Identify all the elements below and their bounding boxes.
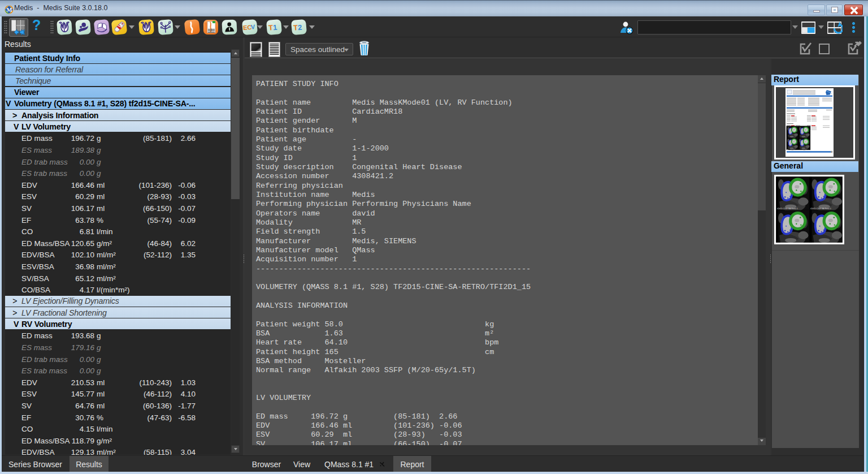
svg-text:M: M (6, 7, 12, 13)
svg-text:V: V (250, 23, 255, 31)
svg-text:tf2d15-CINE-SA-Retro 0: tf2d15-CINE-SA-Retro 0 (777, 208, 798, 210)
svg-text:2: 2 (297, 23, 302, 32)
svg-text:1: 1 (272, 23, 277, 32)
svg-text:tf2d15-CINE-SA-Retro 0: tf2d15-CINE-SA-Retro 0 (810, 208, 831, 210)
